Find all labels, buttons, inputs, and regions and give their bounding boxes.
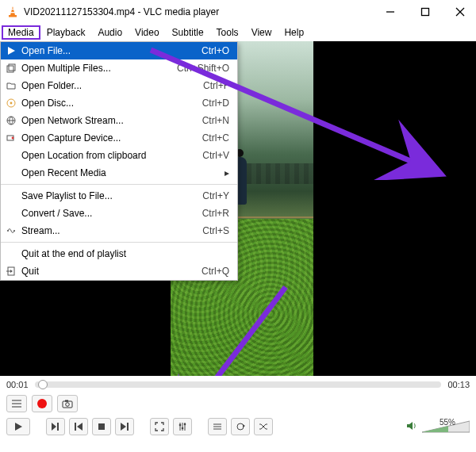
- stop-button[interactable]: [92, 418, 111, 435]
- seek-track[interactable]: [35, 381, 442, 388]
- volume-slider[interactable]: 55%: [422, 419, 470, 434]
- menu-item-help[interactable]: Help: [278, 25, 310, 40]
- close-button[interactable]: [451, 2, 470, 21]
- svg-point-28: [66, 403, 70, 407]
- svg-point-42: [182, 427, 184, 430]
- maximize-button[interactable]: [416, 2, 435, 21]
- menu-item-shortcut: Ctrl+F: [203, 80, 229, 91]
- svg-marker-8: [8, 47, 15, 55]
- fullscreen-button[interactable]: [150, 418, 169, 435]
- menu-item-open-capture-device[interactable]: Open Capture Device...Ctrl+C: [1, 129, 237, 147]
- menu-item-shortcut: Ctrl+C: [202, 132, 229, 144]
- time-total: 00:13: [447, 380, 470, 389]
- frame-step-button[interactable]: [46, 418, 65, 435]
- svg-rect-10: [9, 64, 15, 71]
- toolbar-row-1: [0, 393, 476, 414]
- menu-item-shortcut: Ctrl+R: [202, 208, 229, 219]
- wave-icon: [1, 226, 21, 236]
- vlc-logo-icon: [6, 6, 19, 18]
- speaker-icon: [406, 420, 417, 431]
- play-button[interactable]: [6, 418, 30, 435]
- menu-item-video[interactable]: Video: [129, 25, 165, 40]
- minimize-button[interactable]: [381, 2, 400, 21]
- next-button[interactable]: [115, 418, 134, 435]
- menu-item-media[interactable]: Media: [2, 25, 40, 40]
- time-elapsed: 00:01: [6, 380, 29, 389]
- previous-button[interactable]: [69, 418, 88, 435]
- window-title: VID20211127153304.mp4 - VLC media player: [24, 6, 219, 17]
- menu-item-shortcut: Ctrl+Y: [202, 190, 229, 201]
- svg-marker-30: [15, 423, 22, 431]
- loop-button[interactable]: [231, 418, 250, 435]
- menu-item-audio[interactable]: Audio: [91, 25, 129, 40]
- menu-item-playback[interactable]: Playback: [40, 25, 92, 40]
- disc-icon: [1, 98, 21, 108]
- menu-item-subtitle[interactable]: Subtitle: [166, 25, 210, 40]
- svg-rect-1: [9, 15, 17, 17]
- svg-point-43: [184, 423, 186, 426]
- svg-point-18: [13, 230, 15, 232]
- mute-button[interactable]: [406, 420, 417, 433]
- menu-item-quit[interactable]: QuitCtrl+Q: [1, 262, 237, 280]
- menu-item-shortcut: Ctrl+Q: [202, 266, 229, 277]
- video-area[interactable]: Open File...Ctrl+OOpen Multiple Files...…: [0, 41, 476, 376]
- menu-item-tools[interactable]: Tools: [210, 25, 245, 40]
- svg-rect-32: [57, 423, 59, 431]
- menu-item-open-location-from-clipboard[interactable]: Open Location from clipboardCtrl+V: [1, 147, 237, 164]
- menu-item-label: Open Capture Device...: [21, 132, 202, 144]
- svg-rect-33: [75, 423, 76, 431]
- menu-item-open-multiple-files[interactable]: Open Multiple Files...Ctrl+Shift+O: [1, 59, 237, 77]
- menu-item-convert-save[interactable]: Convert / Save...Ctrl+R: [1, 205, 237, 222]
- playlist-button[interactable]: [208, 418, 227, 435]
- folder-icon: [1, 81, 21, 90]
- menu-item-label: Open Network Stream...: [21, 115, 202, 126]
- menu-item-shortcut: Ctrl+V: [202, 150, 229, 161]
- shuffle-button[interactable]: [254, 418, 273, 435]
- svg-rect-29: [65, 400, 68, 402]
- menu-item-label: Open Location from clipboard: [21, 150, 202, 161]
- svg-rect-37: [127, 423, 129, 431]
- menu-item-label: Open Multiple Files...: [21, 63, 177, 74]
- menu-item-view[interactable]: View: [245, 25, 278, 40]
- cap-icon: [1, 133, 21, 143]
- svg-point-12: [10, 102, 13, 105]
- svg-marker-0: [10, 6, 15, 15]
- playlist-toggle-button[interactable]: [6, 395, 27, 412]
- submenu-arrow-icon: ▸: [218, 167, 229, 178]
- menu-item-open-folder[interactable]: Open Folder...Ctrl+F: [1, 77, 237, 94]
- snapshot-button[interactable]: [57, 395, 78, 412]
- menu-item-shortcut: Ctrl+Shift+O: [177, 63, 229, 74]
- svg-point-41: [179, 424, 182, 427]
- svg-rect-2: [11, 9, 13, 10]
- media-menu-dropdown: Open File...Ctrl+OOpen Multiple Files...…: [0, 41, 238, 281]
- menu-item-open-recent-media[interactable]: Open Recent Media▸: [1, 164, 237, 182]
- svg-rect-35: [98, 423, 105, 430]
- play-icon: [1, 46, 21, 56]
- menu-item-label: Open Disc...: [21, 98, 202, 109]
- menu-item-label: Stream...: [21, 225, 202, 236]
- menu-item-label: Quit at the end of playlist: [21, 248, 229, 259]
- svg-rect-3: [11, 12, 15, 13]
- extended-settings-button[interactable]: [173, 418, 192, 435]
- volume-percent: 55%: [440, 418, 455, 427]
- svg-marker-47: [243, 424, 245, 427]
- menu-item-open-file[interactable]: Open File...Ctrl+O: [1, 42, 237, 59]
- menu-item-stream[interactable]: Stream...Ctrl+S: [1, 222, 237, 239]
- seek-knob[interactable]: [38, 380, 48, 389]
- menu-item-open-network-stream[interactable]: Open Network Stream...Ctrl+N: [1, 112, 237, 129]
- menu-item-label: Open Folder...: [21, 80, 203, 91]
- svg-point-16: [12, 137, 14, 140]
- menu-item-shortcut: Ctrl+O: [202, 45, 229, 56]
- svg-marker-21: [10, 270, 13, 273]
- menu-item-label: Quit: [21, 266, 202, 277]
- net-icon: [1, 116, 21, 125]
- title-bar: VID20211127153304.mp4 - VLC media player: [0, 0, 476, 24]
- toolbar-row-2: 55%: [0, 414, 476, 439]
- quit-icon: [1, 266, 21, 276]
- menu-item-quit-at-the-end-of-playlist[interactable]: Quit at the end of playlist: [1, 245, 237, 262]
- menu-item-open-disc[interactable]: Open Disc...Ctrl+D: [1, 94, 237, 112]
- svg-marker-31: [52, 423, 56, 431]
- menu-item-save-playlist-to-file[interactable]: Save Playlist to File...Ctrl+Y: [1, 187, 237, 205]
- menu-item-label: Save Playlist to File...: [21, 190, 202, 201]
- record-button[interactable]: [32, 395, 52, 412]
